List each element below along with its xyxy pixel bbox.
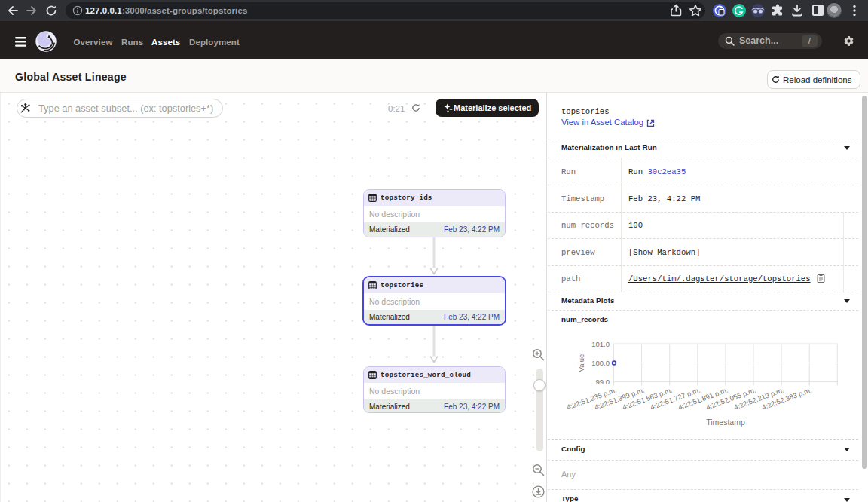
svg-text:99.0: 99.0 <box>596 378 610 386</box>
svg-text:101.0: 101.0 <box>591 340 610 348</box>
svg-text:Timestamp: Timestamp <box>706 418 745 427</box>
svg-text:Value: Value <box>577 354 585 372</box>
svg-text:100.0: 100.0 <box>591 359 610 367</box>
